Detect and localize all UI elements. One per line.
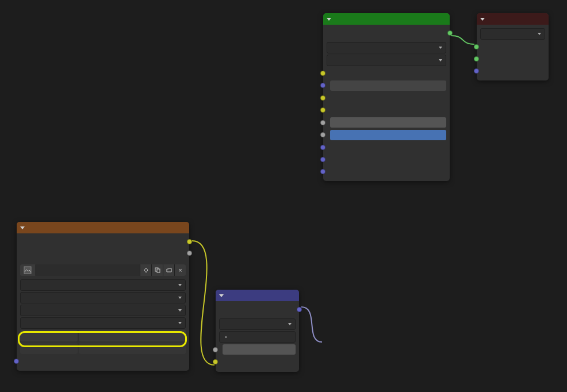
colorspace-row bbox=[20, 330, 186, 341]
input-color[interactable] bbox=[219, 356, 296, 368]
image-preview-icon[interactable] bbox=[20, 264, 35, 276]
socket-icon[interactable] bbox=[213, 347, 218, 352]
socket-icon[interactable] bbox=[320, 145, 325, 150]
input-volume[interactable] bbox=[480, 53, 545, 64]
output-alpha[interactable] bbox=[20, 247, 186, 259]
socket-icon[interactable] bbox=[474, 44, 479, 49]
output-color[interactable] bbox=[20, 236, 186, 247]
socket-icon[interactable] bbox=[213, 359, 218, 364]
socket-icon[interactable] bbox=[14, 359, 19, 364]
collapse-icon[interactable] bbox=[327, 18, 331, 21]
base-color-input[interactable] bbox=[327, 67, 446, 79]
socket-icon[interactable] bbox=[297, 307, 302, 312]
subsurface-color-input[interactable] bbox=[327, 92, 446, 103]
collapse-icon[interactable] bbox=[480, 18, 485, 21]
normal-map-node[interactable]: • bbox=[216, 290, 299, 372]
alphamode-dropdown[interactable] bbox=[79, 343, 186, 354]
collapse-icon[interactable] bbox=[20, 226, 25, 229]
socket-icon[interactable] bbox=[320, 120, 325, 125]
uvmap-dropdown[interactable]: • bbox=[219, 331, 296, 343]
input-vector[interactable] bbox=[20, 355, 186, 367]
source-dropdown[interactable] bbox=[20, 317, 186, 329]
node-header[interactable] bbox=[323, 13, 450, 25]
socket-icon[interactable] bbox=[474, 56, 479, 62]
socket-icon[interactable] bbox=[320, 107, 325, 113]
colorspace-label bbox=[20, 330, 78, 341]
socket-icon[interactable] bbox=[320, 157, 325, 162]
open-image-button[interactable] bbox=[163, 264, 174, 276]
input-tangent[interactable] bbox=[327, 166, 446, 177]
principled-bsdf-node[interactable] bbox=[323, 13, 450, 181]
subsurface-radius-input[interactable] bbox=[327, 80, 446, 91]
interpolation-dropdown[interactable] bbox=[20, 279, 186, 291]
socket-icon[interactable] bbox=[447, 30, 453, 36]
socket-icon[interactable] bbox=[320, 132, 325, 137]
emission-input[interactable] bbox=[327, 105, 446, 116]
target-dropdown[interactable] bbox=[480, 28, 545, 40]
socket-icon[interactable] bbox=[320, 83, 325, 88]
node-header[interactable] bbox=[17, 222, 189, 233]
unlink-button[interactable]: × bbox=[174, 264, 186, 276]
projection-dropdown[interactable] bbox=[20, 292, 186, 303]
material-output-node[interactable] bbox=[477, 13, 549, 80]
socket-icon[interactable] bbox=[187, 251, 192, 256]
svg-rect-2 bbox=[157, 269, 160, 272]
image-datablock-row: × bbox=[20, 264, 186, 276]
alpha-slider[interactable] bbox=[327, 129, 446, 141]
svg-rect-0 bbox=[24, 267, 31, 274]
alphamode-row bbox=[20, 343, 186, 354]
base-color-swatch[interactable] bbox=[334, 68, 446, 78]
subsurface-color-swatch[interactable] bbox=[334, 93, 446, 103]
input-normal[interactable] bbox=[327, 141, 446, 153]
sss-method-dropdown[interactable] bbox=[327, 55, 446, 66]
colorspace-dropdown[interactable] bbox=[79, 330, 186, 341]
output-bsdf[interactable] bbox=[327, 27, 446, 39]
alphamode-label bbox=[20, 343, 78, 354]
image-texture-node[interactable]: × bbox=[17, 222, 189, 371]
strength-slider[interactable] bbox=[219, 344, 296, 355]
node-header[interactable] bbox=[216, 290, 299, 301]
new-image-button[interactable] bbox=[151, 264, 163, 276]
fake-user-button[interactable] bbox=[140, 264, 151, 276]
image-name-field[interactable] bbox=[35, 264, 140, 276]
emission-swatch[interactable] bbox=[334, 105, 446, 115]
socket-icon[interactable] bbox=[320, 169, 325, 174]
socket-icon[interactable] bbox=[320, 71, 325, 76]
input-surface[interactable] bbox=[480, 41, 545, 52]
node-header[interactable] bbox=[477, 13, 549, 25]
output-normal[interactable] bbox=[219, 303, 296, 315]
socket-icon[interactable] bbox=[187, 239, 192, 244]
space-dropdown[interactable] bbox=[219, 318, 296, 330]
distribution-dropdown[interactable] bbox=[327, 42, 446, 53]
socket-icon[interactable] bbox=[474, 68, 479, 74]
input-displacement[interactable] bbox=[480, 65, 545, 76]
collapse-icon[interactable] bbox=[219, 294, 224, 297]
extension-dropdown[interactable] bbox=[20, 305, 186, 316]
input-clearcoat-normal[interactable] bbox=[327, 153, 446, 165]
emission-strength-slider[interactable] bbox=[327, 117, 446, 128]
socket-icon[interactable] bbox=[320, 95, 325, 101]
